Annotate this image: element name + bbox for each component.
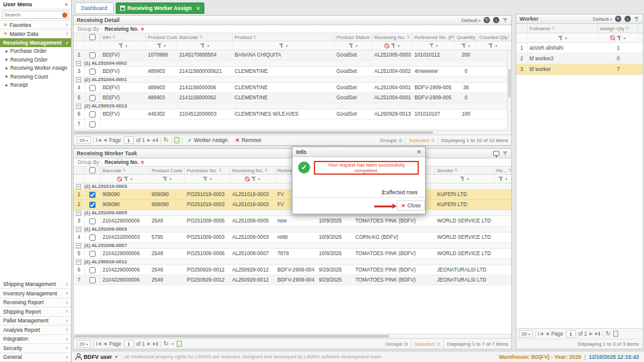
filter-funnel-icon[interactable] xyxy=(162,176,168,182)
sidebar-section[interactable]: ★ Favorites » xyxy=(0,21,71,30)
first-page-button[interactable]: ◀ xyxy=(538,331,543,336)
row-checkbox[interactable] xyxy=(89,111,96,118)
sidebar-item[interactable]: ★ Purchase Order xyxy=(0,47,71,56)
dialog-close-icon[interactable]: ✕ xyxy=(416,149,421,155)
page-size-select[interactable]: 20▾ xyxy=(77,340,91,348)
group-row[interactable]: −(2) AL251004-0001 xyxy=(74,77,511,83)
info-icon[interactable]: i xyxy=(493,17,499,23)
row-checkbox[interactable] xyxy=(89,234,96,241)
display-icon[interactable] xyxy=(493,151,499,156)
filter-funnel-icon[interactable] xyxy=(157,43,162,48)
filter-cell[interactable]: ▾ xyxy=(233,41,335,50)
table-row[interactable]: 721042290000062548PO250929-0012AL250929-… xyxy=(74,275,511,285)
column-header-reference-no-po[interactable]: Reference No. (PO)⇅ xyxy=(413,33,455,41)
filter-funnel-icon[interactable] xyxy=(461,43,467,48)
row-checkbox[interactable] xyxy=(89,277,96,283)
sidebar-item[interactable]: ★ Receiving Order xyxy=(0,56,71,65)
column-header-wh[interactable]: WH⇅ xyxy=(101,33,146,41)
next-page-button[interactable]: ▶ xyxy=(147,138,150,143)
sidebar-section[interactable]: Security » xyxy=(0,344,71,353)
filter-funnel-icon[interactable] xyxy=(203,176,208,182)
page-input[interactable] xyxy=(124,136,134,144)
refresh-icon[interactable]: ↻ xyxy=(484,17,490,23)
column-header-receiving-no[interactable]: Receiving No.⇅ xyxy=(230,167,275,174)
filter-funnel-icon[interactable] xyxy=(200,43,206,48)
filter-cell[interactable]: ▾ xyxy=(494,175,511,183)
tab-dashboard[interactable]: Dashboard xyxy=(75,3,114,14)
filter-cell[interactable]: ▾ xyxy=(477,41,509,50)
column-header-fullname[interactable]: Fullname⇅ xyxy=(528,24,598,33)
filter-cell[interactable]: ▾ xyxy=(150,175,185,183)
table-row[interactable]: 2BD(FV)10709882145170800504BANANA CHIQUI… xyxy=(74,50,511,60)
sidebar-section[interactable]: Shipping Report » xyxy=(0,307,71,317)
column-header-product-code[interactable]: Product Code⇅ xyxy=(150,167,185,174)
info-icon[interactable]: i xyxy=(625,16,631,22)
table-row[interactable]: 3BD(FV)489903214115600000621CLEMENTINEGo… xyxy=(74,67,511,77)
sidebar-section[interactable]: ★ Master Data » xyxy=(0,30,71,38)
search-input[interactable] xyxy=(2,11,69,19)
filter-cell[interactable]: ▾ xyxy=(101,175,150,183)
refresh-icon[interactable]: ↻ xyxy=(164,137,169,143)
table-row[interactable]: 421042220000035795PO251009-0003AL251009-… xyxy=(74,233,511,243)
sidebar-collapse-icon[interactable]: « xyxy=(65,1,68,8)
sidebar-section[interactable]: Receiving Report » xyxy=(0,299,71,308)
page-input[interactable] xyxy=(566,330,576,337)
collapse-icon[interactable]: − xyxy=(76,184,81,189)
sidebar-section[interactable]: Analysis Report » xyxy=(0,326,71,335)
filter-cell[interactable]: ▾ xyxy=(101,41,146,50)
row-checkbox[interactable] xyxy=(89,85,96,91)
sidebar-section[interactable]: Integration » xyxy=(0,335,71,344)
group-row[interactable]: −(2) AL250929-0012 xyxy=(74,259,511,265)
first-page-button[interactable]: ◀ xyxy=(96,341,101,346)
vertical-scrollbar[interactable] xyxy=(507,50,511,130)
collapse-icon[interactable]: − xyxy=(76,227,81,232)
filter-cell[interactable]: ▾ xyxy=(455,41,477,50)
column-header-purchase-no[interactable]: Purchase No.⇅ xyxy=(185,167,230,174)
table-row[interactable]: 3bf worker7 xyxy=(516,64,643,75)
row-checkbox[interactable] xyxy=(89,218,96,224)
filter-funnel-icon[interactable] xyxy=(429,43,435,48)
table-row[interactable]: 321042290000062548PO251009-0005AL251009-… xyxy=(74,216,511,226)
page-size-select[interactable]: 20▾ xyxy=(77,136,91,144)
group-row[interactable]: −(2) AL250929-0013 xyxy=(74,103,511,109)
filter-funnel-icon[interactable] xyxy=(460,176,465,182)
column-header-assign-qty[interactable]: Assign Qty⇅ xyxy=(598,24,638,33)
row-checkbox[interactable] xyxy=(89,251,96,257)
scrollbar-thumb[interactable] xyxy=(508,69,511,97)
filter-funnel-icon[interactable] xyxy=(279,43,284,48)
table-row[interactable]: 4BD(FV)4899032141156000006CLEMENTINEGood… xyxy=(74,83,511,93)
remove-button[interactable]: ✕Remove xyxy=(233,137,264,143)
table-row[interactable]: 621042290000062548PO250929-0012AL250929-… xyxy=(74,265,511,275)
table-row[interactable]: 2bf worker20 xyxy=(516,53,643,64)
filter-funnel-icon[interactable] xyxy=(616,35,622,41)
row-checkbox[interactable] xyxy=(89,267,96,273)
refresh-icon[interactable]: ↻ xyxy=(164,341,169,347)
sidebar-item[interactable]: ★ Receiving Worker Assign xyxy=(0,64,71,73)
refresh-icon[interactable]: ↻ xyxy=(606,331,611,337)
filter-cell[interactable]: ▾ xyxy=(528,33,598,42)
column-header-quantity[interactable]: Quantity⇅ xyxy=(455,33,477,41)
filter-icon[interactable] xyxy=(502,151,508,156)
remove-icon[interactable]: − xyxy=(171,341,174,347)
export-icon[interactable] xyxy=(174,137,179,143)
filter-funnel-icon[interactable] xyxy=(558,35,564,41)
tab-close-icon[interactable]: ✕ xyxy=(196,6,201,11)
filter-cell[interactable]: ▾ xyxy=(372,41,413,50)
filter-cell[interactable]: ▾ xyxy=(177,41,233,50)
select-all-checkbox[interactable] xyxy=(89,167,96,173)
row-checkbox[interactable] xyxy=(89,121,96,128)
table-row[interactable]: 6BD(FV)4463022104512000003CLEMENTINES W/… xyxy=(74,109,511,119)
sidebar-item[interactable]: ★ Receipt xyxy=(0,81,71,90)
sidebar-section-receiving-management[interactable]: Receiving Management » xyxy=(0,38,71,47)
group-row[interactable]: −(1) AL251004-0002 xyxy=(74,60,511,67)
column-header-product-code[interactable]: Product Code⇅ xyxy=(146,33,177,41)
filter-funnel-icon[interactable] xyxy=(488,43,494,48)
collapse-icon[interactable]: − xyxy=(76,260,81,265)
last-page-button[interactable]: ▶ xyxy=(595,331,600,336)
prev-page-button[interactable]: ◀ xyxy=(103,138,106,143)
last-page-button[interactable]: ▶ xyxy=(153,341,158,346)
sidebar-section[interactable]: Inventory Management » xyxy=(0,289,71,299)
clear-filter-icon[interactable] xyxy=(384,43,389,48)
collapse-icon[interactable]: − xyxy=(76,77,81,82)
view-selector[interactable]: Default▾ xyxy=(462,18,480,23)
